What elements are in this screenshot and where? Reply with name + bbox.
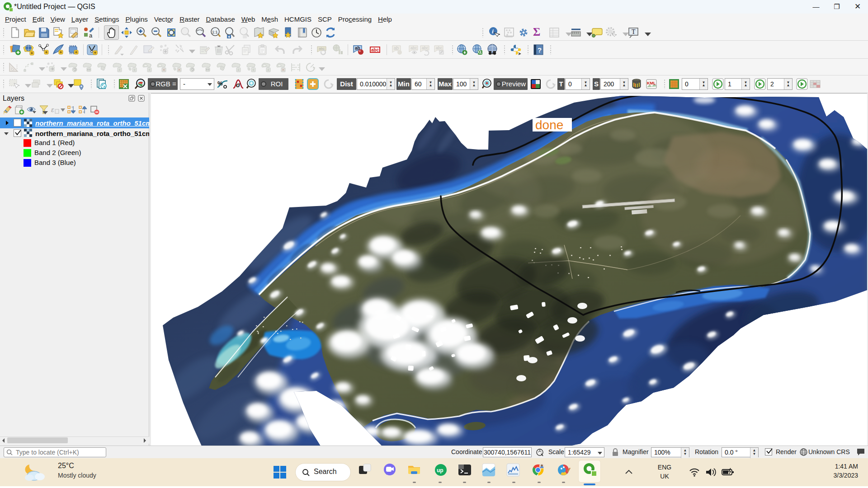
svg-text:a: a (89, 32, 93, 38)
svg-text:1:1: 1:1 (212, 30, 218, 34)
svg-text:abc: abc (410, 46, 417, 50)
svg-text:abc: abc (422, 46, 429, 50)
svg-text:i: i (492, 28, 494, 35)
svg-text:ε: ε (51, 106, 54, 113)
svg-text:?: ? (538, 46, 542, 54)
svg-text:σ: σ (236, 81, 241, 89)
svg-text:abc: abc (371, 47, 379, 52)
svg-text:T: T (632, 28, 636, 35)
svg-text:%: % (217, 80, 223, 87)
svg-text:KML: KML (647, 81, 656, 85)
svg-text:abc: abc (436, 46, 443, 50)
svg-text:up: up (437, 467, 443, 474)
svg-text:done: done (535, 118, 563, 132)
svg-text:ab: ab (394, 46, 399, 51)
